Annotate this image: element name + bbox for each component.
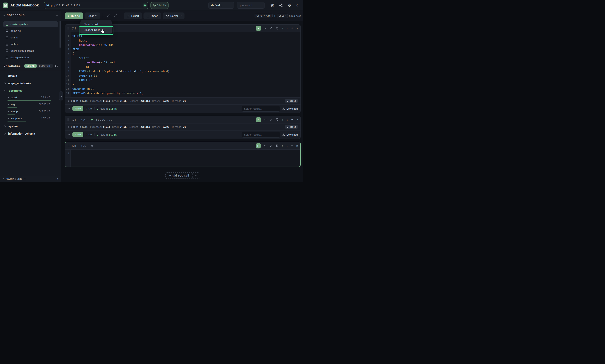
table-row-efgh[interactable]: efgh867.03 KB — [7, 103, 50, 106]
chevron-down-icon[interactable] — [68, 108, 70, 109]
chevron-right-icon[interactable] — [68, 126, 69, 128]
notebook-item-data-generation[interactable]: data generation — [3, 54, 58, 60]
table-view-tab[interactable]: Table — [72, 132, 83, 137]
stat-duration: Duration:0.01s — [90, 126, 110, 128]
session-duration: 30d 6h — [157, 4, 166, 7]
run-all-button[interactable]: ▶ Run All — [65, 13, 83, 19]
notebook-item-users-default-create[interactable]: users-default-create — [3, 48, 58, 54]
table-row-mnop[interactable]: mnop645.25 KB — [7, 109, 50, 113]
cell-1-editor[interactable]: 1234567891011121314 SELECT host, groupAr… — [65, 32, 300, 97]
add-cell-icon[interactable]: + — [291, 118, 293, 121]
table-row-abcd[interactable]: abcd3.99 MB — [7, 95, 50, 99]
scope-local-option[interactable]: LOCAL — [24, 64, 37, 68]
notebook-item-cluster-queries[interactable]: cluster queries — [3, 21, 58, 27]
cell-1-actions: ▶ ↑ ↓ + × — [256, 26, 298, 31]
expand-cell-icon[interactable] — [270, 118, 272, 121]
delete-cell-icon[interactable]: × — [296, 118, 298, 121]
expand-all-cells-icon[interactable] — [113, 13, 118, 19]
databases-header-label: DATABASES — [4, 65, 21, 67]
session-badge[interactable]: 30d 6h — [150, 2, 168, 9]
move-cell-down-icon[interactable]: ↓ — [286, 144, 288, 147]
drag-handle-icon[interactable] — [67, 118, 69, 121]
export-button[interactable]: Export — [124, 13, 142, 19]
sidebar-scrollbar[interactable] — [60, 21, 61, 48]
expand-cell-icon[interactable] — [269, 144, 272, 147]
search-results-input[interactable] — [242, 106, 280, 112]
add-cell-type-dropdown[interactable] — [192, 173, 200, 179]
sidebar-collapse-handle[interactable] — [59, 91, 63, 101]
code-line: SELECT — [72, 56, 300, 61]
duplicate-cell-icon[interactable] — [276, 118, 279, 121]
main-area: ▶ Run All Clear — [61, 11, 303, 182]
menu-item-clear-all-cells[interactable]: Clear All Cells — [81, 27, 112, 33]
server-button[interactable]: Server — [163, 13, 185, 19]
collapse-cell-icon[interactable] — [264, 28, 267, 29]
delete-cell-icon[interactable]: × — [296, 27, 298, 30]
table-view-tab[interactable]: Table — [72, 106, 83, 111]
connection-url-input[interactable] — [46, 4, 143, 7]
dark-mode-icon[interactable]: ☾ — [296, 3, 299, 7]
move-cell-up-icon[interactable]: ↑ — [282, 27, 283, 30]
cell-language-select[interactable]: SQL — [81, 144, 88, 147]
expand-cell-icon[interactable] — [270, 27, 272, 30]
run-cell-button[interactable]: ▶ — [256, 143, 261, 148]
move-cell-up-icon[interactable]: ↑ — [282, 118, 283, 121]
database-system[interactable]: system — [3, 123, 58, 129]
settings-icon[interactable]: ⚙ — [288, 3, 291, 7]
cell-3-editor[interactable]: 1 — [65, 149, 300, 167]
run-cell-button[interactable]: ▶ — [256, 117, 261, 122]
add-notebook-button[interactable]: + — [56, 13, 58, 17]
chevron-down-icon[interactable] — [3, 15, 5, 16]
cell-status-dot — [91, 145, 93, 147]
share-icon[interactable] — [279, 3, 283, 7]
sql-code[interactable] — [71, 150, 300, 167]
move-cell-down-icon[interactable]: ↓ — [287, 27, 288, 30]
duplicate-cell-icon[interactable] — [276, 144, 278, 147]
clear-button[interactable]: Clear — [84, 13, 100, 19]
chart-view-tab[interactable]: Chart — [83, 106, 94, 111]
collapse-all-cells-icon[interactable] — [106, 13, 111, 19]
download-icon — [282, 107, 285, 110]
drag-handle-icon[interactable] — [67, 144, 69, 147]
command-icon[interactable]: ⌘ — [270, 3, 274, 7]
scope-cluster-option[interactable]: CLUSTER — [37, 64, 52, 68]
drag-handle-icon[interactable] — [67, 27, 69, 30]
database-information_schema[interactable]: information_schema — [3, 131, 58, 136]
stat-threads: Threads:21 — [172, 126, 186, 128]
download-button[interactable]: Download — [282, 133, 298, 136]
add-sql-cell-button[interactable]: + Add SQL Cell — [165, 172, 200, 179]
chevron-down-icon — [87, 119, 88, 120]
move-cell-down-icon[interactable]: ↓ — [287, 118, 288, 121]
password-field[interactable] — [237, 2, 265, 9]
toolbar: ▶ Run All Clear — [61, 11, 303, 21]
collapse-cell-icon[interactable] — [264, 119, 267, 120]
duplicate-cell-icon[interactable] — [276, 27, 279, 30]
run-cell-button[interactable]: ▶ — [256, 26, 261, 31]
stat-read: Read:34.8K — [112, 126, 126, 128]
sql-code[interactable]: SELECT host, groupArray(id) AS idsFROM( … — [70, 32, 300, 97]
refresh-icon[interactable] — [55, 64, 58, 67]
notebook-item-demo-full[interactable]: demo full — [3, 28, 58, 34]
username-field[interactable] — [208, 2, 234, 9]
notebook-item-charts[interactable]: charts — [3, 35, 58, 40]
database-dbezrukov[interactable]: dbezrukov — [3, 88, 58, 93]
add-cell-icon[interactable]: + — [291, 144, 293, 147]
download-button[interactable]: Download — [282, 107, 298, 110]
notebook-item-tables[interactable]: tables — [3, 41, 58, 47]
collapse-cell-icon[interactable] — [264, 145, 266, 146]
delete-cell-icon[interactable]: × — [296, 144, 298, 147]
database-adqm_notebooks[interactable]: adqm_notebooks — [3, 80, 58, 86]
move-cell-up-icon[interactable]: ↑ — [282, 144, 283, 147]
table-row-snapshot[interactable]: snapshot1.57 MB — [7, 117, 50, 120]
chevron-down-icon[interactable] — [68, 134, 70, 135]
chart-view-tab[interactable]: Chart — [83, 132, 94, 137]
cell-language-select[interactable]: SQL — [81, 118, 88, 121]
menu-item-clear-results[interactable]: Clear Results — [81, 21, 112, 27]
database-default[interactable]: default — [3, 73, 58, 78]
databases-header: DATABASES LOCAL CLUSTER — [0, 63, 61, 69]
variables-bar[interactable]: VARIABLES 0 — [0, 176, 61, 182]
add-cell-icon[interactable]: + — [291, 27, 293, 30]
chevron-right-icon[interactable] — [68, 100, 69, 102]
search-results-input[interactable] — [242, 132, 280, 138]
import-button[interactable]: Import — [144, 13, 161, 19]
